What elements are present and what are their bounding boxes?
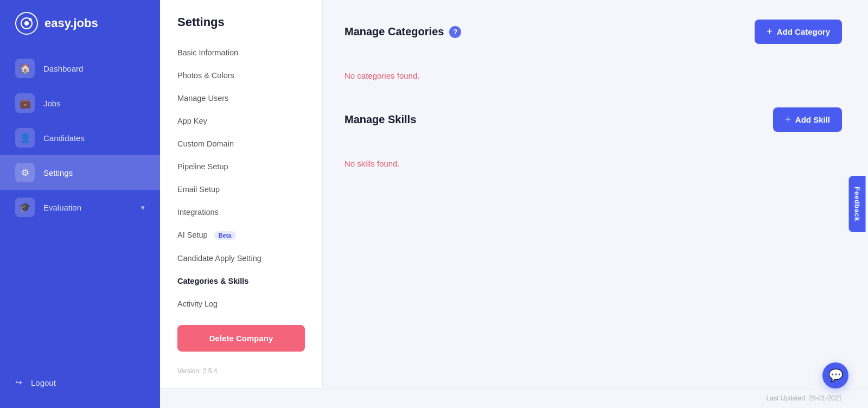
chat-bubble[interactable]: 💬 — [822, 362, 848, 388]
candidates-icon: 👤 — [15, 128, 35, 148]
settings-menu-manage-users[interactable]: Manage Users — [160, 87, 322, 110]
categories-help-icon[interactable]: ? — [449, 26, 461, 38]
evaluation-icon: 🎓 — [15, 197, 35, 217]
add-skill-label: Add Skill — [795, 115, 830, 124]
content-area: Settings Basic Information Photos & Colo… — [160, 0, 868, 388]
sidebar-item-label-evaluation: Evaluation — [43, 203, 132, 212]
sidebar-bottom: ↪ Logout — [0, 361, 160, 408]
categories-section: Manage Categories ? + Add Category No ca… — [344, 20, 842, 86]
logo-area: easy.jobs — [0, 0, 160, 47]
sidebar-item-jobs[interactable]: 💼 Jobs — [0, 86, 160, 120]
add-category-plus-icon: + — [767, 26, 773, 37]
logout-button[interactable]: ↪ Logout — [0, 370, 160, 395]
settings-menu-app-key[interactable]: App Key — [160, 110, 322, 132]
settings-menu-pipeline-setup[interactable]: Pipeline Setup — [160, 155, 322, 178]
categories-title-row: Manage Categories ? — [344, 25, 461, 38]
add-skill-plus-icon: + — [785, 114, 791, 125]
feedback-tab[interactable]: Feedback — [849, 176, 866, 232]
settings-sidebar: Settings Basic Information Photos & Colo… — [160, 0, 323, 388]
sidebar-item-label-candidates: Candidates — [43, 133, 145, 143]
ai-setup-label: AI Setup — [177, 231, 208, 239]
settings-menu-candidate-apply[interactable]: Candidate Apply Setting — [160, 247, 322, 270]
logout-icon: ↪ — [15, 378, 22, 387]
logo-icon — [15, 12, 38, 35]
svg-point-1 — [24, 21, 29, 25]
sidebar-item-label-dashboard: Dashboard — [43, 64, 145, 73]
sidebar-item-settings[interactable]: ⚙ Settings — [0, 155, 160, 190]
add-category-button[interactable]: + Add Category — [755, 20, 842, 44]
last-updated-text: Last Updated: 26-01-2021 — [767, 394, 842, 402]
settings-menu-custom-domain[interactable]: Custom Domain — [160, 132, 322, 155]
categories-section-title: Manage Categories — [344, 25, 444, 38]
no-categories-message: No categories found. — [344, 60, 842, 86]
skills-section: Manage Skills + Add Skill No skills foun… — [344, 107, 842, 174]
sidebar: easy.jobs 🏠 Dashboard 💼 Jobs 👤 Candidate… — [0, 0, 160, 408]
settings-menu-email-setup[interactable]: Email Setup — [160, 178, 322, 201]
footer-version — [186, 394, 221, 403]
main-nav: 🏠 Dashboard 💼 Jobs 👤 Candidates ⚙ Settin… — [0, 47, 160, 361]
settings-icon: ⚙ — [15, 163, 35, 182]
chat-icon: 💬 — [828, 368, 843, 382]
add-skill-button[interactable]: + Add Skill — [773, 107, 842, 132]
sidebar-item-dashboard[interactable]: 🏠 Dashboard — [0, 51, 160, 86]
categories-header: Manage Categories ? + Add Category — [344, 20, 842, 44]
logout-label: Logout — [31, 378, 56, 387]
settings-menu-ai-setup[interactable]: AI Setup Beta — [160, 224, 322, 247]
dashboard-icon: 🏠 — [15, 59, 35, 78]
sidebar-item-evaluation[interactable]: 🎓 Evaluation ▾ — [0, 190, 160, 225]
delete-company-button[interactable]: Delete Company — [177, 325, 305, 352]
settings-menu-basic-information[interactable]: Basic Information — [160, 41, 322, 64]
sidebar-item-candidates[interactable]: 👤 Candidates — [0, 120, 160, 155]
logo-text: easy.jobs — [44, 16, 98, 30]
bottom-bar: Last Updated: 26-01-2021 — [160, 388, 868, 408]
settings-menu-photos-colors[interactable]: Photos & Colors — [160, 64, 322, 87]
settings-menu-categories-skills[interactable]: Categories & Skills — [160, 270, 322, 292]
skills-title-row: Manage Skills — [344, 113, 416, 126]
chevron-down-icon: ▾ — [141, 203, 145, 212]
settings-title: Settings — [160, 15, 322, 41]
svg-point-2 — [29, 18, 32, 21]
main-panel: Manage Categories ? + Add Category No ca… — [323, 0, 868, 388]
settings-menu-activity-log[interactable]: Activity Log — [160, 292, 322, 315]
skills-section-title: Manage Skills — [344, 113, 416, 126]
sidebar-item-label-settings: Settings — [43, 168, 145, 177]
version-text: Version: 2.5.4 — [160, 361, 322, 377]
add-category-label: Add Category — [777, 27, 830, 36]
no-skills-message: No skills found. — [344, 148, 842, 174]
jobs-icon: 💼 — [15, 93, 35, 113]
sidebar-item-label-jobs: Jobs — [43, 99, 145, 108]
settings-menu-integrations[interactable]: Integrations — [160, 201, 322, 224]
skills-header: Manage Skills + Add Skill — [344, 107, 842, 132]
beta-badge: Beta — [214, 231, 236, 240]
main-content: Settings Basic Information Photos & Colo… — [160, 0, 868, 408]
